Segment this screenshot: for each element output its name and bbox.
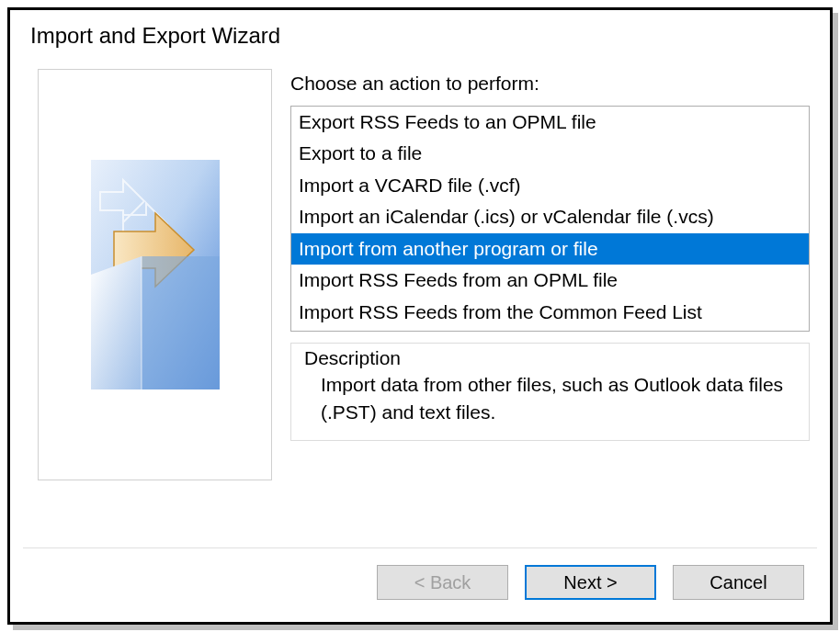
description-group: Description Import data from other files… bbox=[290, 343, 810, 441]
action-list-item[interactable]: Import from another program or file bbox=[291, 233, 809, 265]
cancel-button[interactable]: Cancel bbox=[673, 565, 804, 600]
wizard-body: Choose an action to perform: Export RSS … bbox=[10, 58, 830, 524]
svg-marker-2 bbox=[142, 256, 220, 389]
wizard-dialog: Import and Export Wizard bbox=[7, 7, 833, 625]
description-text: Import data from other files, such as Ou… bbox=[304, 371, 796, 427]
action-list-item[interactable]: Import RSS Feeds from an OPML file bbox=[291, 265, 809, 296]
wizard-graphic-panel bbox=[38, 69, 272, 480]
action-list-item[interactable]: Import a VCARD file (.vcf) bbox=[291, 170, 809, 201]
next-button[interactable]: Next > bbox=[525, 565, 656, 600]
action-listbox[interactable]: Export RSS Feeds to an OPML fileExport t… bbox=[290, 106, 810, 332]
wizard-button-row: < Back Next > Cancel bbox=[10, 548, 830, 622]
svg-marker-1 bbox=[91, 256, 142, 389]
back-button[interactable]: < Back bbox=[377, 565, 508, 600]
action-list-item[interactable]: Export to a file bbox=[291, 138, 809, 169]
description-legend: Description bbox=[304, 347, 796, 369]
wizard-content: Choose an action to perform: Export RSS … bbox=[290, 69, 810, 524]
action-list-item[interactable]: Export RSS Feeds to an OPML file bbox=[291, 107, 809, 138]
dialog-title: Import and Export Wizard bbox=[10, 10, 830, 58]
wizard-arrow-icon bbox=[91, 160, 220, 389]
action-list-item[interactable]: Import an iCalendar (.ics) or vCalendar … bbox=[291, 201, 809, 232]
action-list-item[interactable]: Import RSS Feeds from the Common Feed Li… bbox=[291, 297, 809, 328]
action-prompt: Choose an action to perform: bbox=[290, 69, 810, 98]
